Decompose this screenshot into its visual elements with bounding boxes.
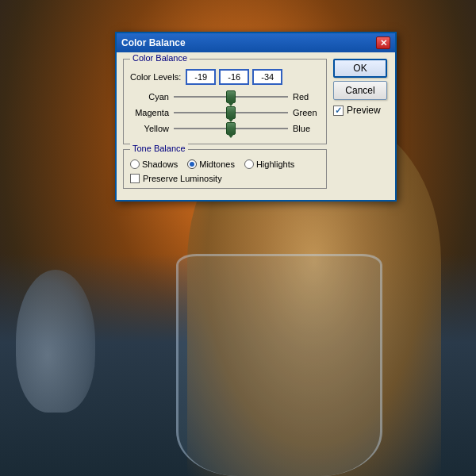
ok-button[interactable]: OK [333,59,387,78]
preserve-luminosity-row: Preserve Luminosity [130,174,320,183]
main-area: Color Balance Color Levels: Cyan Red [123,59,327,194]
yellow-blue-thumb[interactable] [226,122,236,135]
magenta-label: Magenta [130,108,174,117]
radio-midtones-circle[interactable] [187,159,197,169]
color-levels-row: Color Levels: [130,69,320,85]
side-buttons: OK Cancel ✓ Preview [333,59,389,194]
preview-checkbox[interactable]: ✓ [333,106,344,116]
radio-highlights-circle[interactable] [244,159,254,169]
tone-radio-row: Shadows Midtones Highlights [130,159,320,169]
color-balance-group: Color Balance Color Levels: Cyan Red [123,59,327,144]
color-levels-label: Color Levels: [130,72,181,82]
radio-midtones[interactable]: Midtones [187,159,235,169]
preserve-luminosity-checkbox[interactable] [130,174,140,183]
magenta-green-slider-track[interactable] [174,107,288,118]
preview-label: Preview [347,105,381,116]
cancel-button[interactable]: Cancel [333,81,387,100]
yellow-label: Yellow [130,124,174,133]
preview-row: ✓ Preview [333,105,389,116]
radio-shadows[interactable]: Shadows [130,159,178,169]
tone-balance-group: Tone Balance Shadows Midtones Highlights [123,149,327,189]
cyan-label: Cyan [130,92,174,102]
yellow-blue-slider-row: Yellow Blue [130,123,320,134]
radio-highlights-label: Highlights [256,159,294,169]
color-balance-dialog: Color Balance ✕ Color Balance Color Leve… [115,32,397,202]
magenta-green-thumb[interactable] [226,106,236,119]
dialog-titlebar: Color Balance ✕ [117,33,395,52]
level-input-1[interactable] [186,69,216,85]
level-input-2[interactable] [219,69,249,85]
close-button[interactable]: ✕ [376,36,390,49]
dialog-content: Color Balance Color Levels: Cyan Red [117,52,395,200]
cyan-red-slider-track[interactable] [174,91,288,102]
dialog-title: Color Balance [121,37,186,48]
tone-balance-group-label: Tone Balance [130,144,188,153]
yellow-blue-slider-track[interactable] [174,123,288,134]
preserve-luminosity-label: Preserve Luminosity [143,174,222,183]
red-label: Red [288,92,320,102]
magenta-green-slider-row: Magenta Green [130,107,320,118]
radio-shadows-circle[interactable] [130,159,140,169]
radio-highlights[interactable]: Highlights [244,159,294,169]
color-balance-group-label: Color Balance [130,53,190,63]
glass-image [176,254,382,476]
radio-midtones-label: Midtones [199,159,235,169]
cyan-red-slider-row: Cyan Red [130,91,320,102]
cyan-red-thumb[interactable] [226,90,236,103]
level-input-3[interactable] [252,69,282,85]
radio-shadows-label: Shadows [142,159,178,169]
green-label: Green [288,108,320,117]
blue-label: Blue [288,124,320,133]
